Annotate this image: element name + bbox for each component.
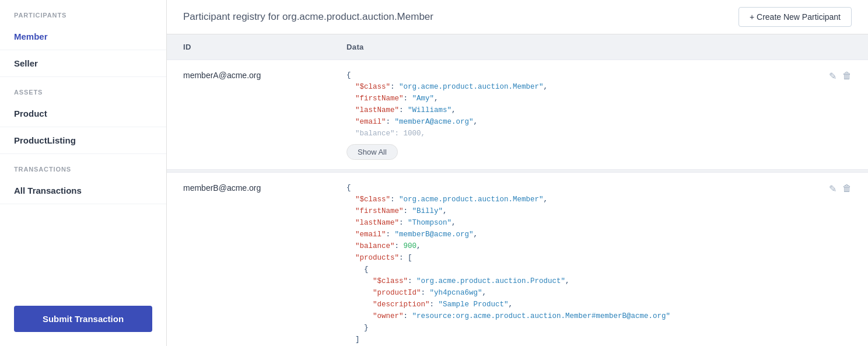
table-container: ID Data memberA@acme.org { "$class": "or…	[167, 34, 868, 346]
table-header: ID Data	[167, 34, 868, 60]
show-all-button[interactable]: Show All	[346, 144, 398, 160]
row-data-cell: { "$class": "org.acme.product.auction.Me…	[346, 182, 817, 346]
submit-transaction-button[interactable]: Submit Transaction	[14, 306, 152, 332]
submit-transaction-section: Submit Transaction	[14, 306, 152, 332]
sidebar-item-product-listing[interactable]: ProductListing	[0, 127, 166, 154]
row-actions: ✎ 🗑	[817, 182, 852, 194]
table-row: memberB@acme.org { "$class": "org.acme.p…	[167, 172, 868, 346]
sidebar-item-member[interactable]: Member	[0, 23, 166, 50]
create-participant-button[interactable]: + Create New Participant	[738, 7, 852, 27]
delete-icon[interactable]: 🗑	[842, 71, 852, 81]
sidebar-item-seller[interactable]: Seller	[0, 50, 166, 77]
edit-icon[interactable]: ✎	[829, 183, 836, 194]
delete-icon[interactable]: 🗑	[842, 183, 852, 194]
edit-icon[interactable]: ✎	[829, 71, 836, 82]
sidebar-item-all-transactions[interactable]: All Transactions	[0, 177, 166, 204]
transactions-section-label: TRANSACTIONS	[0, 154, 166, 177]
row-id: memberB@acme.org	[183, 182, 346, 193]
row-actions: ✎ 🗑	[817, 69, 852, 82]
sidebar: PARTICIPANTS Member Seller ASSETS Produc…	[0, 0, 167, 346]
show-all-btn-container: Show All	[346, 139, 817, 160]
participants-section-label: PARTICIPANTS	[0, 0, 166, 23]
column-id-header: ID	[183, 43, 346, 51]
main-header: Participant registry for org.acme.produc…	[167, 0, 868, 34]
sidebar-item-product[interactable]: Product	[0, 100, 166, 127]
column-data-header: Data	[346, 43, 852, 51]
row-data-content: { "$class": "org.acme.product.auction.Me…	[346, 182, 817, 346]
page-title: Participant registry for org.acme.produc…	[183, 11, 433, 23]
table-row: memberA@acme.org { "$class": "org.acme.p…	[167, 60, 868, 170]
row-id: memberA@acme.org	[183, 69, 346, 80]
main-content: Participant registry for org.acme.produc…	[167, 0, 868, 346]
row-data-content: { "$class": "org.acme.product.auction.Me…	[346, 69, 817, 139]
assets-section-label: ASSETS	[0, 77, 166, 100]
row-data-cell: { "$class": "org.acme.product.auction.Me…	[346, 69, 817, 160]
